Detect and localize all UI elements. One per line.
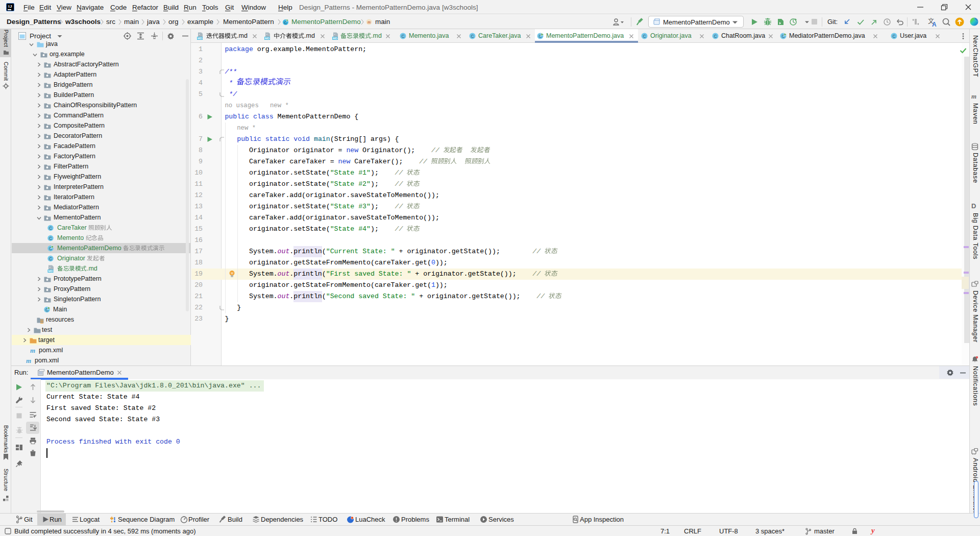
svg-text:m: m [30,347,35,354]
svg-text:MD: MD [48,270,53,273]
svg-text:MD: MD [265,37,270,40]
svg-text:A: A [932,21,937,27]
svg-text:C: C [471,34,474,39]
svg-text:MD: MD [333,37,338,40]
svg-text:C: C [892,34,895,39]
svg-text:C: C [49,236,52,241]
svg-text:C: C [643,34,646,39]
svg-text:MD: MD [198,37,203,40]
svg-text:C: C [714,34,717,39]
svg-text:C: C [49,256,52,261]
svg-text:m: m [26,357,31,364]
svg-text:C: C [401,34,404,39]
svg-text:m: m [368,19,371,25]
svg-text:C: C [49,226,52,231]
